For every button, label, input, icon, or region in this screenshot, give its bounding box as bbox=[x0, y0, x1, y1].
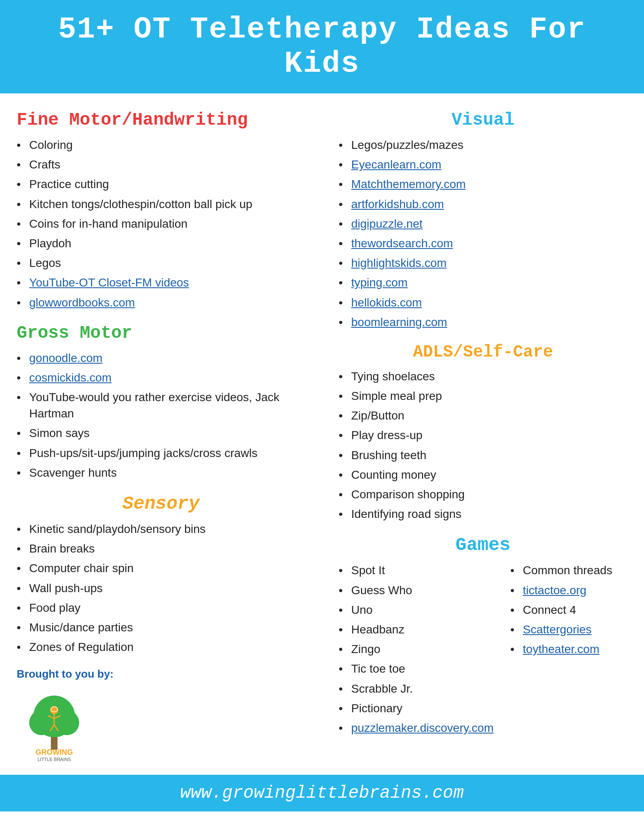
page-title: 51+ OT Teletherapy Ideas For Kids bbox=[17, 13, 627, 81]
list-item: Coloring bbox=[17, 137, 306, 153]
list-item: Legos/puzzles/mazes bbox=[339, 137, 628, 153]
right-column: Visual Legos/puzzles/mazes Eyecanlearn.c… bbox=[322, 110, 628, 762]
gross-motor-title: Gross Motor bbox=[17, 323, 306, 343]
list-item: Music/dance parties bbox=[17, 619, 306, 636]
matchthememory-link[interactable]: Matchthememory.com bbox=[351, 178, 466, 191]
games-left-col: Spot It Guess Who Uno Headbanz Zingo Tic… bbox=[339, 562, 494, 749]
gross-motor-list: gonoodle.com cosmickids.com YouTube-woul… bbox=[17, 350, 306, 481]
svg-point-3 bbox=[54, 710, 79, 735]
list-item: Push-ups/sit-ups/jumping jacks/cross cra… bbox=[17, 445, 306, 461]
brought-by-label: Brought to you by: bbox=[17, 668, 306, 681]
list-item: Simple meal prep bbox=[339, 388, 628, 404]
digipuzzle-link[interactable]: digipuzzle.net bbox=[351, 217, 423, 230]
growing-little-brains-logo: GROWING LITTLE BRAINS bbox=[17, 687, 92, 762]
list-item: YouTube-would you rather exercise videos… bbox=[17, 389, 306, 422]
list-item: Scattergories bbox=[510, 621, 627, 638]
list-item: Playdoh bbox=[17, 235, 306, 251]
list-item: Coins for in-hand manipulation bbox=[17, 216, 306, 232]
gonoodle-link[interactable]: gonoodle.com bbox=[29, 352, 103, 364]
list-item: Legos bbox=[17, 255, 306, 271]
visual-list: Legos/puzzles/mazes Eyecanlearn.com Matc… bbox=[339, 137, 628, 330]
list-item: Uno bbox=[339, 602, 494, 618]
scattergories-link[interactable]: Scattergories bbox=[523, 623, 591, 636]
list-item: glowwordbooks.com bbox=[17, 294, 306, 311]
fine-motor-title: Fine Motor/Handwriting bbox=[17, 110, 306, 130]
list-item: Comparison shopping bbox=[339, 486, 628, 502]
list-item: Zip/Button bbox=[339, 407, 628, 424]
list-item: Practice cutting bbox=[17, 176, 306, 192]
sensory-list: Kinetic sand/playdoh/sensory bins Brain … bbox=[17, 521, 306, 655]
puzzlemaker-link[interactable]: puzzlemaker.discovery.com bbox=[351, 721, 494, 734]
list-item: Guess Who bbox=[339, 582, 494, 598]
eyecanlearn-link[interactable]: Eyecanlearn.com bbox=[351, 158, 441, 171]
list-item: Spot It bbox=[339, 562, 494, 578]
games-section: Games Spot It Guess Who Uno Headbanz Zin… bbox=[339, 535, 628, 749]
toytheater-link[interactable]: toytheater.com bbox=[523, 643, 599, 656]
list-item: Connect 4 bbox=[510, 602, 627, 618]
gross-motor-section: Gross Motor gonoodle.com cosmickids.com … bbox=[17, 323, 306, 481]
list-item: tictactoe.org bbox=[510, 582, 627, 598]
logo-area: GROWING LITTLE BRAINS bbox=[17, 687, 306, 762]
games-right-col: Common threads tictactoe.org Connect 4 S… bbox=[510, 562, 627, 749]
games-container: Spot It Guess Who Uno Headbanz Zingo Tic… bbox=[339, 562, 628, 749]
list-item: typing.com bbox=[339, 274, 628, 291]
visual-section: Visual Legos/puzzles/mazes Eyecanlearn.c… bbox=[339, 110, 628, 330]
footer-url: www.growinglittlebrains.com bbox=[180, 783, 464, 803]
left-column: Fine Motor/Handwriting Coloring Crafts P… bbox=[17, 110, 322, 762]
main-content: Fine Motor/Handwriting Coloring Crafts P… bbox=[0, 93, 644, 771]
list-item: Play dress-up bbox=[339, 427, 628, 443]
highlightskids-link[interactable]: highlightskids.com bbox=[351, 256, 447, 269]
list-item: Brushing teeth bbox=[339, 447, 628, 463]
cosmickids-link[interactable]: cosmickids.com bbox=[29, 371, 112, 384]
list-item: Computer chair spin bbox=[17, 560, 306, 576]
glowwordbooks-link[interactable]: glowwordbooks.com bbox=[29, 296, 135, 309]
list-item: Wall push-ups bbox=[17, 580, 306, 596]
list-item: Tic toe toe bbox=[339, 661, 494, 677]
list-item: Zones of Regulation bbox=[17, 639, 306, 655]
list-item: YouTube-OT Closet-FM videos bbox=[17, 274, 306, 291]
svg-text:GROWING: GROWING bbox=[35, 748, 73, 756]
games-title: Games bbox=[339, 535, 628, 555]
thewordsearch-link[interactable]: thewordsearch.com bbox=[351, 237, 453, 250]
page-footer: www.growinglittlebrains.com bbox=[0, 775, 644, 811]
list-item: Headbanz bbox=[339, 621, 494, 638]
adls-list: Tying shoelaces Simple meal prep Zip/But… bbox=[339, 368, 628, 523]
list-item: toytheater.com bbox=[510, 641, 627, 657]
sensory-section: Sensory Kinetic sand/playdoh/sensory bin… bbox=[17, 493, 306, 681]
list-item: cosmickids.com bbox=[17, 369, 306, 386]
list-item: Tying shoelaces bbox=[339, 368, 628, 384]
list-item: thewordsearch.com bbox=[339, 235, 628, 251]
games-left-list: Spot It Guess Who Uno Headbanz Zingo Tic… bbox=[339, 562, 494, 736]
list-item: artforkidshub.com bbox=[339, 196, 628, 212]
youtube-ot-link[interactable]: YouTube-OT Closet-FM videos bbox=[29, 276, 189, 289]
fine-motor-list: Coloring Crafts Practice cutting Kitchen… bbox=[17, 137, 306, 311]
list-item: Crafts bbox=[17, 156, 306, 173]
list-item: Common threads bbox=[510, 562, 627, 578]
svg-point-2 bbox=[29, 710, 54, 735]
fine-motor-section: Fine Motor/Handwriting Coloring Crafts P… bbox=[17, 110, 306, 311]
adls-title: ADLS/Self-Care bbox=[339, 343, 628, 362]
typing-link[interactable]: typing.com bbox=[351, 276, 408, 289]
list-item: Matchthememory.com bbox=[339, 176, 628, 192]
list-item: Counting money bbox=[339, 467, 628, 483]
tictactoe-link[interactable]: tictactoe.org bbox=[523, 584, 586, 597]
list-item: Scrabble Jr. bbox=[339, 681, 494, 697]
list-item: Simon says bbox=[17, 425, 306, 441]
list-item: highlightskids.com bbox=[339, 255, 628, 271]
list-item: Food play bbox=[17, 600, 306, 616]
list-item: Brain breaks bbox=[17, 540, 306, 557]
list-item: boomlearning.com bbox=[339, 314, 628, 330]
list-item: gonoodle.com bbox=[17, 350, 306, 366]
adls-section: ADLS/Self-Care Tying shoelaces Simple me… bbox=[339, 343, 628, 523]
artforkidshub-link[interactable]: artforkidshub.com bbox=[351, 198, 444, 211]
list-item: Eyecanlearn.com bbox=[339, 156, 628, 173]
list-item: digipuzzle.net bbox=[339, 216, 628, 232]
page-header: 51+ OT Teletherapy Ideas For Kids bbox=[0, 0, 644, 93]
sensory-title: Sensory bbox=[17, 493, 306, 514]
hellokids-link[interactable]: hellokids.com bbox=[351, 296, 422, 309]
list-item: Zingo bbox=[339, 641, 494, 657]
games-right-list: Common threads tictactoe.org Connect 4 S… bbox=[510, 562, 627, 657]
list-item: Identifying road signs bbox=[339, 506, 628, 522]
boomlearning-link[interactable]: boomlearning.com bbox=[351, 316, 447, 329]
list-item: Pictionary bbox=[339, 700, 494, 716]
